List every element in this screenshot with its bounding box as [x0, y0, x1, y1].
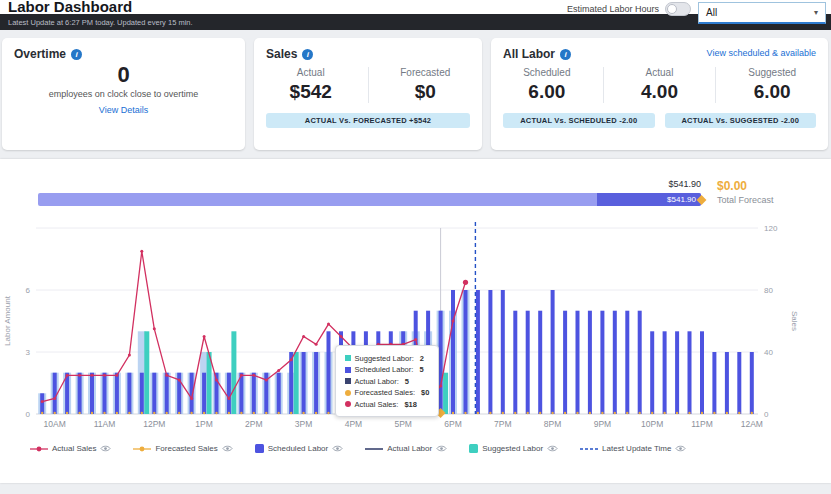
legend-label: Forecasted Sales [155, 444, 217, 453]
x-axis-tick: 10AM [44, 419, 66, 429]
labor-scheduled-label: Scheduled [491, 67, 603, 78]
right-axis-tick: 0 [764, 410, 769, 419]
chart-legend: Actual SalesForecasted SalesScheduled La… [0, 444, 831, 453]
location-filter-dropdown[interactable]: All ▾ [698, 2, 826, 24]
forecast-progress-bar: $541.90 [38, 193, 701, 206]
tooltip-value: 2 [420, 354, 424, 363]
legend-item: Latest Update Time [580, 444, 686, 453]
overtime-description: employees on clock close to overtime [2, 89, 245, 99]
x-axis-tick: 12PM [143, 419, 165, 429]
sales-actual-label: Actual [254, 67, 368, 78]
sales-card-title: Sales [266, 47, 297, 61]
summary-cards-row: Overtime i 0 employees on clock close to… [0, 30, 831, 150]
legend-item: Suggested Labor [469, 444, 558, 453]
last-update-text: Latest Update at 6:27 PM today. Updated … [8, 18, 193, 27]
tooltip-marker [345, 355, 351, 361]
page-header: Labor Dashboard Latest Update at 6:27 PM… [0, 0, 831, 30]
estimated-labor-hours-label: Estimated Labor Hours [567, 4, 659, 14]
info-icon[interactable]: i [71, 49, 82, 60]
right-axis-title: Sales [790, 311, 799, 331]
tooltip-label: Suggested Labor: [355, 354, 416, 363]
tooltip-value: 5 [419, 365, 423, 374]
eye-icon [547, 444, 558, 453]
legend-label: Actual Labor [387, 444, 432, 453]
estimated-labor-hours-toggle[interactable] [665, 2, 691, 16]
legend-marker [580, 445, 598, 453]
labor-suggested-column: Suggested 6.00 [715, 67, 828, 103]
labor-suggested-value: 6.00 [716, 81, 828, 103]
view-scheduled-available-link[interactable]: View scheduled & available [707, 48, 816, 58]
all-labor-card: All Labor i View scheduled & available S… [491, 38, 828, 150]
toggle-visibility-eye-icon[interactable] [100, 444, 111, 453]
x-axis-tick: 6PM [444, 419, 461, 429]
tooltip-row: Actual Labor: 5 [345, 377, 430, 386]
estimated-labor-hours-control: Estimated Labor Hours [567, 2, 691, 16]
sales-forecasted-column: Forecasted $0 [368, 67, 483, 103]
overtime-card-title: Overtime [14, 47, 66, 61]
labor-actual-label: Actual [604, 67, 716, 78]
x-axis-tick: 2PM [245, 419, 262, 429]
tooltip-row: Suggested Labor: 2 [345, 354, 430, 363]
legend-item: Actual Labor [365, 444, 447, 453]
total-forecast-amount: $0.00 [717, 179, 821, 193]
legend-label: Actual Sales [52, 444, 96, 453]
toggle-visibility-eye-icon[interactable] [436, 444, 447, 453]
eye-icon [332, 444, 343, 453]
chevron-down-icon: ▾ [814, 8, 818, 17]
overtime-card: Overtime i 0 employees on clock close to… [2, 38, 245, 150]
legend-item: Actual Sales [30, 444, 111, 453]
x-axis-tick: 12AM [741, 419, 763, 429]
forecast-bar-amount-label: $541.90 [38, 179, 701, 189]
labor-suggested-badge: ACTUAL Vs. SUGGESTED -2.00 [665, 113, 817, 128]
eye-icon [222, 444, 233, 453]
legend-marker [365, 445, 383, 453]
tooltip-value: $18 [404, 400, 417, 409]
info-icon[interactable]: i [302, 49, 313, 60]
x-axis-tick: 3PM [295, 419, 312, 429]
toggle-visibility-eye-icon[interactable] [332, 444, 343, 453]
labor-suggested-label: Suggested [716, 67, 828, 78]
eye-icon [100, 444, 111, 453]
sales-actual-column: Actual $542 [254, 67, 368, 103]
x-axis-tick: 10PM [641, 419, 663, 429]
x-axis-tick: 11AM [94, 419, 116, 429]
right-axis-tick: 120 [764, 224, 778, 233]
forecast-progress-value: $541.90 [667, 195, 696, 204]
legend-label: Latest Update Time [602, 444, 671, 453]
toggle-visibility-eye-icon[interactable] [675, 444, 686, 453]
sales-comparison-badge: ACTUAL Vs. FORECASTED +$542 [266, 113, 470, 128]
labor-dashboard-page: Labor Dashboard Latest Update at 6:27 PM… [0, 0, 831, 494]
tooltip-row: Forecasted Sales: $0 [345, 388, 430, 397]
overtime-value: 0 [2, 62, 245, 88]
left-axis-title: Labor Amount [3, 295, 12, 346]
forecast-progress-row: $541.90 $541.90 $0.00 Total Forecast [0, 179, 831, 206]
eye-icon [675, 444, 686, 453]
tooltip-marker [345, 367, 351, 373]
right-axis-tick: 80 [764, 286, 773, 295]
sales-actual-value: $542 [254, 81, 368, 103]
eye-icon [436, 444, 447, 453]
page-title: Labor Dashboard [8, 0, 132, 14]
toggle-visibility-eye-icon[interactable] [547, 444, 558, 453]
left-axis-tick: 0 [26, 410, 31, 419]
labor-actual-column: Actual 4.00 [603, 67, 716, 103]
x-axis-tick: 9PM [594, 419, 611, 429]
legend-marker [30, 445, 48, 453]
x-axis-tick: 7PM [494, 419, 511, 429]
labor-scheduled-column: Scheduled 6.00 [491, 67, 603, 103]
toggle-visibility-eye-icon[interactable] [222, 444, 233, 453]
view-details-link[interactable]: View Details [99, 105, 148, 115]
right-axis-tick: 40 [764, 348, 773, 357]
info-icon[interactable]: i [560, 49, 571, 60]
labor-chart-panel: $541.90 $541.90 $0.00 Total Forecast 036… [0, 159, 831, 483]
tooltip-label: Scheduled Labor: [355, 365, 416, 374]
total-forecast-block: $0.00 Total Forecast [701, 179, 821, 205]
legend-marker [255, 444, 264, 453]
tooltip-marker [345, 390, 351, 396]
x-axis-tick: 4PM [345, 419, 362, 429]
total-forecast-caption: Total Forecast [717, 195, 821, 205]
x-axis-tick: 5PM [394, 419, 411, 429]
legend-item: Scheduled Labor [255, 444, 344, 453]
x-axis-tick: 11PM [691, 419, 713, 429]
toggle-knob [667, 4, 677, 14]
